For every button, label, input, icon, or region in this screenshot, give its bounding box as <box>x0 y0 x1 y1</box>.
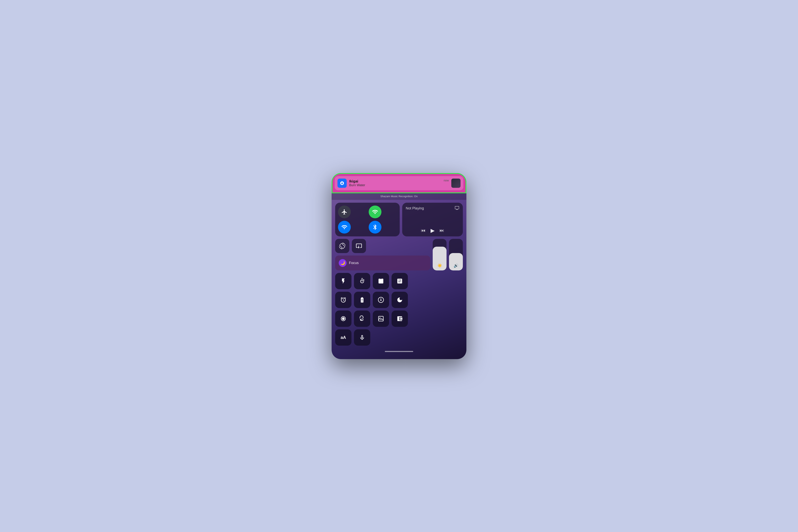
notification-album-art <box>451 178 460 188</box>
icon-row-bottom: aA <box>335 329 463 346</box>
fast-forward-button[interactable]: ⏭ <box>440 228 444 233</box>
volume-icon: 🔊 <box>454 263 458 268</box>
cellular-button[interactable] <box>369 206 381 218</box>
brightness-slider[interactable]: ☀️ <box>433 239 446 270</box>
wifi-button[interactable] <box>338 221 351 233</box>
bluetooth-button[interactable] <box>369 221 381 233</box>
wallet-button[interactable] <box>392 310 408 327</box>
calculator-button[interactable] <box>392 273 408 289</box>
focus-button[interactable]: 🌙 Focus <box>335 255 430 270</box>
notification-title: Ikigai <box>349 179 441 183</box>
left-controls: 🌙 Focus <box>335 239 430 270</box>
voice-recognition-button[interactable] <box>354 310 370 327</box>
shazam-app-icon <box>338 178 347 188</box>
icon-row-2 <box>335 292 463 308</box>
connectivity-block <box>335 203 400 236</box>
focus-label: Focus <box>349 261 359 265</box>
notification-subtitle: Burn Water <box>349 183 441 187</box>
notification-text: Ikigai Burn Water <box>349 179 441 187</box>
notification-inner: Ikigai Burn Water now <box>335 176 463 190</box>
brightness-fill: ☀️ <box>433 247 446 270</box>
icon-row-3 <box>335 310 463 327</box>
shazam-button[interactable] <box>373 292 389 308</box>
airplane-mode-button[interactable] <box>338 206 351 218</box>
sliders-col: ☀️ 🔊 <box>433 239 463 270</box>
screen-record-button[interactable] <box>335 310 352 327</box>
top-row: Not Playing ⏮ ▶ ⏭ <box>335 203 463 236</box>
icon-row-1 <box>335 273 463 289</box>
flashlight-button[interactable] <box>335 273 352 289</box>
orientation-lock-button[interactable] <box>335 239 349 253</box>
text-size-button[interactable]: aA <box>335 329 352 346</box>
screen-mirror-button[interactable] <box>352 239 366 253</box>
rewind-button[interactable]: ⏮ <box>421 228 425 233</box>
not-playing-label: Not Playing <box>406 206 424 210</box>
alarm-button[interactable] <box>335 292 352 308</box>
svg-point-5 <box>380 317 381 318</box>
media-player-block: Not Playing ⏮ ▶ ⏭ <box>402 203 463 236</box>
photos-button[interactable] <box>373 310 389 327</box>
voice-search-button[interactable] <box>354 329 370 346</box>
svg-point-1 <box>378 297 384 303</box>
media-controls: ⏮ ▶ ⏭ <box>406 227 459 233</box>
middle-row: 🌙 Focus ☀️ 🔊 <box>335 239 463 270</box>
volume-fill: 🔊 <box>449 253 463 270</box>
media-top: Not Playing <box>406 206 459 211</box>
svg-point-3 <box>342 317 345 320</box>
volume-slider[interactable]: 🔊 <box>449 239 463 270</box>
home-bar <box>385 351 413 352</box>
timer-button[interactable] <box>354 273 370 289</box>
focus-moon-icon: 🌙 <box>339 259 346 267</box>
play-button[interactable]: ▶ <box>431 227 435 233</box>
battery-button[interactable] <box>354 292 370 308</box>
home-indicator <box>335 348 463 354</box>
control-center-body: Not Playing ⏮ ▶ ⏭ <box>331 200 467 359</box>
airplay-icon[interactable] <box>455 206 459 211</box>
shazam-recognition-bar: Shazam Music Recognition: On <box>331 193 467 200</box>
camera-button[interactable] <box>373 273 389 289</box>
orientation-row <box>335 239 430 253</box>
phone-container: Ikigai Burn Water now Shazam Music Recog… <box>331 173 467 359</box>
notification-banner[interactable]: Ikigai Burn Water now <box>331 173 467 193</box>
brightness-icon: ☀️ <box>437 263 442 268</box>
dark-mode-button[interactable] <box>392 292 408 308</box>
notification-time: now <box>444 179 449 182</box>
